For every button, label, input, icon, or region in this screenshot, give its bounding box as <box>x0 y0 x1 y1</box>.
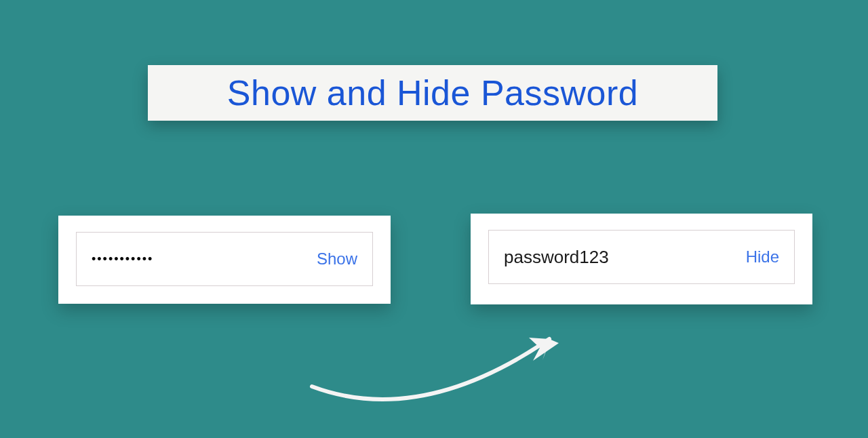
password-field-hidden: ••••••••••• Show <box>76 232 373 286</box>
password-card-visible: password123 Hide <box>471 214 812 304</box>
title-banner: Show and Hide Password <box>148 65 717 121</box>
arrow-icon <box>298 298 583 420</box>
password-revealed-value[interactable]: password123 <box>504 247 609 268</box>
transition-arrow <box>298 298 583 420</box>
hide-button[interactable]: Hide <box>746 247 779 266</box>
password-masked-value[interactable]: ••••••••••• <box>92 252 153 266</box>
password-field-visible: password123 Hide <box>488 230 795 284</box>
page-title: Show and Hide Password <box>227 73 638 113</box>
password-card-hidden: ••••••••••• Show <box>58 216 391 304</box>
svg-marker-0 <box>529 338 559 361</box>
show-button[interactable]: Show <box>317 250 357 268</box>
